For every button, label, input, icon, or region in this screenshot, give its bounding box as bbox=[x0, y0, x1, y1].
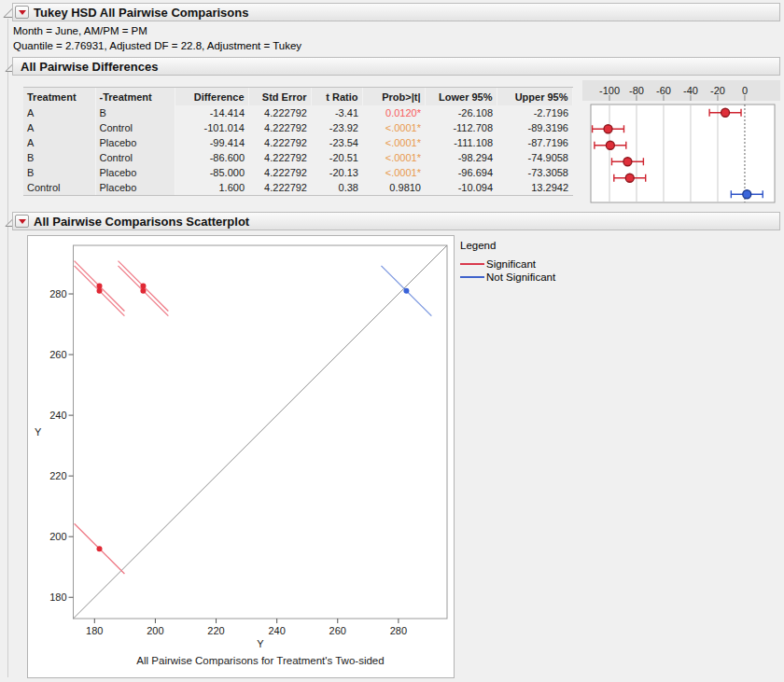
col-header-prob_t[interactable]: Prob>|t| bbox=[362, 88, 425, 105]
scatter-point[interactable] bbox=[140, 284, 146, 289]
interval-point[interactable] bbox=[606, 141, 614, 149]
interval-point[interactable] bbox=[604, 125, 612, 133]
cell-lower_95: -96.694 bbox=[425, 165, 497, 180]
y-tick-label: 220 bbox=[49, 470, 66, 481]
cell-upper_95: -2.7196 bbox=[497, 105, 572, 120]
x-tick-label: 200 bbox=[147, 625, 163, 636]
section-scatterplot-title: All Pairwise Comparisons Scatterplot bbox=[34, 215, 249, 229]
col-header-treatment[interactable]: Treatment bbox=[23, 88, 95, 105]
red-triangle-menu-button[interactable] bbox=[15, 215, 29, 228]
axis-tick-label: -20 bbox=[710, 85, 725, 96]
cell-lower_95: -26.108 bbox=[425, 105, 497, 120]
x-tick-label: 260 bbox=[329, 625, 346, 636]
cell-treatment: A bbox=[23, 135, 95, 150]
axis-tick-label: -80 bbox=[629, 85, 644, 96]
cell-std_error: 4.222792 bbox=[248, 150, 311, 165]
scatter-point[interactable] bbox=[97, 288, 103, 294]
legend-items: SignificantNot Significant bbox=[460, 257, 555, 284]
scatter-point[interactable] bbox=[140, 288, 146, 294]
cell-vs_treatment: B bbox=[95, 105, 175, 120]
cell-treatment: A bbox=[23, 105, 95, 120]
axis-tick-label: -60 bbox=[656, 85, 671, 96]
scatterplot-legend: Legend SignificantNot Significant bbox=[460, 240, 555, 284]
x-tick-label: 240 bbox=[268, 625, 285, 636]
section-scatterplot-title-bar[interactable]: All Pairwise Comparisons Scatterplot bbox=[12, 212, 780, 230]
section-differences-title-bar[interactable]: All Pairwise Differences bbox=[12, 57, 780, 76]
cell-std_error: 4.222792 bbox=[248, 120, 311, 135]
interval-point[interactable] bbox=[743, 190, 751, 199]
col-header-vs_treatment[interactable]: -Treatment bbox=[95, 88, 175, 105]
legend-line-swatch-icon bbox=[460, 263, 484, 265]
scatter-point[interactable] bbox=[97, 546, 103, 551]
cell-prob_t: 0.9810 bbox=[362, 180, 425, 195]
col-header-difference[interactable]: Difference bbox=[175, 88, 248, 105]
cell-prob_t: <.0001* bbox=[362, 135, 425, 150]
red-triangle-menu-button[interactable] bbox=[15, 6, 29, 19]
col-header-lower_95[interactable]: Lower 95% bbox=[425, 88, 497, 105]
y-axis-label: Y bbox=[35, 426, 42, 438]
y-tick-label: 280 bbox=[49, 288, 66, 299]
cell-lower_95: -112.708 bbox=[425, 120, 497, 135]
table-row[interactable]: APlacebo-99.4144.222792-23.54<.0001*-111… bbox=[23, 135, 572, 150]
cell-vs_treatment: Placebo bbox=[95, 180, 175, 195]
table-row[interactable]: BControl-86.6004.222792-20.51<.0001*-98.… bbox=[23, 150, 572, 165]
cell-upper_95: -87.7196 bbox=[497, 135, 572, 150]
outline-tree-line bbox=[7, 19, 8, 677]
interval-point[interactable] bbox=[625, 174, 634, 182]
cell-upper_95: 13.2942 bbox=[497, 180, 572, 195]
interval-point[interactable] bbox=[721, 108, 730, 117]
y-tick-label: 200 bbox=[49, 531, 66, 542]
col-header-t_ratio[interactable]: t Ratio bbox=[311, 88, 362, 105]
table-row[interactable]: BPlacebo-85.0004.222792-20.13<.0001*-96.… bbox=[23, 165, 572, 180]
scatter-point[interactable] bbox=[97, 284, 103, 289]
cell-treatment: B bbox=[23, 150, 95, 165]
cell-t_ratio: -3.41 bbox=[311, 105, 362, 120]
cell-difference: 1.600 bbox=[175, 180, 248, 195]
cell-vs_treatment: Placebo bbox=[95, 165, 175, 180]
y-tick-label: 240 bbox=[49, 410, 66, 421]
cell-upper_95: -74.9058 bbox=[497, 150, 572, 165]
legend-item[interactable]: Not Significant bbox=[460, 271, 555, 284]
cell-difference: -86.600 bbox=[175, 150, 248, 165]
legend-item-label: Significant bbox=[486, 258, 536, 270]
x-tick-label: 180 bbox=[86, 625, 103, 636]
legend-line-swatch-icon bbox=[460, 276, 484, 278]
x-tick-label: 280 bbox=[390, 625, 407, 636]
scatter-point[interactable] bbox=[403, 288, 409, 294]
cell-t_ratio: 0.38 bbox=[311, 180, 362, 195]
legend-title: Legend bbox=[460, 240, 555, 251]
cell-t_ratio: -20.51 bbox=[311, 150, 362, 165]
cell-std_error: 4.222792 bbox=[248, 105, 311, 120]
cell-prob_t: <.0001* bbox=[362, 120, 425, 135]
col-header-upper_95[interactable]: Upper 95% bbox=[497, 88, 572, 105]
cell-treatment: B bbox=[23, 165, 95, 180]
axis-tick-label: 0 bbox=[742, 85, 748, 96]
scatterplot[interactable]: 180200220240260280180200220240260280 Y Y… bbox=[28, 236, 454, 677]
cell-prob_t: <.0001* bbox=[362, 150, 425, 165]
axis-tick-label: -40 bbox=[683, 85, 698, 96]
cell-vs_treatment: Control bbox=[95, 120, 175, 135]
cell-t_ratio: -23.54 bbox=[311, 135, 362, 150]
cell-difference: -101.014 bbox=[175, 120, 248, 135]
col-header-std_error[interactable]: Std Error bbox=[248, 88, 311, 105]
table-row[interactable]: AControl-101.0144.222792-23.92<.0001*-11… bbox=[23, 120, 572, 135]
section-differences-title: All Pairwise Differences bbox=[21, 60, 158, 74]
forest-frame bbox=[591, 104, 775, 202]
y-tick-label: 180 bbox=[49, 592, 66, 603]
cell-vs_treatment: Placebo bbox=[95, 135, 175, 150]
report-title-bar[interactable]: Tukey HSD All Pairwise Comparisons bbox=[12, 3, 780, 21]
x-axis-label: Y bbox=[257, 638, 264, 649]
table-row[interactable]: AB-14.4144.222792-3.410.0120*-26.108-2.7… bbox=[23, 105, 572, 120]
pairwise-intervals-plot[interactable]: -100-80-60-40-200 bbox=[575, 80, 782, 205]
interval-point[interactable] bbox=[623, 158, 632, 166]
cell-difference: -14.414 bbox=[175, 105, 248, 120]
cell-std_error: 4.222792 bbox=[248, 180, 311, 195]
menu-arrow-icon bbox=[19, 10, 26, 15]
cell-difference: -85.000 bbox=[175, 165, 248, 180]
pairwise-differences-table: Treatment-TreatmentDifferenceStd Errort … bbox=[23, 87, 573, 196]
subtitle-where-clause: Month = June, AM/PM = PM bbox=[13, 25, 147, 36]
cell-difference: -99.414 bbox=[175, 135, 248, 150]
legend-item[interactable]: Significant bbox=[460, 257, 555, 271]
table-row[interactable]: ControlPlacebo1.6004.2227920.380.9810-10… bbox=[23, 180, 572, 195]
cell-lower_95: -111.108 bbox=[425, 135, 497, 150]
